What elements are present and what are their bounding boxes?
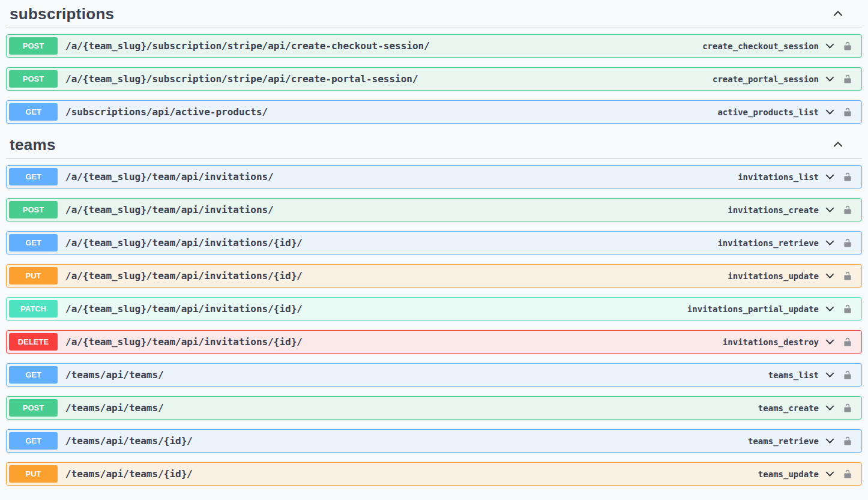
authorize-button[interactable] [842,335,854,349]
method-badge: GET [9,366,58,384]
section-header[interactable]: subscriptions [6,2,862,28]
operation-id: invitations_retrieve [717,238,819,248]
unlock-icon [843,370,852,381]
collapse-section-button[interactable] [832,139,844,151]
operation-row[interactable]: PUT /teams/api/teams/{id}/ teams_update [6,462,862,486]
authorize-button[interactable] [842,302,854,316]
expand-operation-button[interactable] [822,302,837,316]
operation-path: /a/{team_slug}/subscription/stripe/api/c… [65,40,430,52]
expand-operation-button[interactable] [822,467,837,481]
unlock-icon [843,107,852,118]
chevron-down-icon [824,468,836,480]
authorize-button[interactable] [842,434,854,448]
expand-operation-button[interactable] [822,401,837,415]
operation-row[interactable]: DELETE /a/{team_slug}/team/api/invitatio… [6,330,862,354]
method-badge: POST [9,201,58,218]
operation-id: teams_retrieve [748,436,819,446]
operation-row[interactable]: POST /a/{team_slug}/subscription/stripe/… [6,34,862,58]
unlock-icon [843,172,852,182]
authorize-button[interactable] [842,170,854,184]
method-badge: DELETE [9,333,58,351]
operation-row[interactable]: PATCH /a/{team_slug}/team/api/invitation… [6,297,862,321]
collapse-section-button[interactable] [832,8,844,20]
expand-operation-button[interactable] [822,434,837,448]
authorize-button[interactable] [842,105,854,119]
method-badge: GET [9,432,58,450]
operation-row[interactable]: POST /a/{team_slug}/team/api/invitations… [6,198,862,221]
method-badge: GET [9,234,58,252]
expand-operation-button[interactable] [822,72,837,86]
operation-row[interactable]: GET /teams/api/teams/{id}/ teams_retriev… [6,429,862,453]
method-badge: PATCH [9,300,58,318]
operations: GET /a/{team_slug}/team/api/invitations/… [0,165,868,486]
operation-row[interactable]: GET /a/{team_slug}/team/api/invitations/… [6,231,862,255]
method-badge: POST [9,399,58,417]
authorize-button[interactable] [842,269,854,283]
authorize-button[interactable] [842,39,854,53]
unlock-icon [843,41,852,52]
operation-path: /a/{team_slug}/team/api/invitations/{id}… [65,303,303,315]
expand-operation-button[interactable] [822,105,837,119]
operation-path: /a/{team_slug}/team/api/invitations/{id}… [65,270,303,282]
operation-row[interactable]: GET /subscriptions/api/active-products/ … [6,100,862,124]
chevron-down-icon [824,40,836,52]
operation-id: invitations_partial_update [687,304,819,314]
authorize-button[interactable] [842,72,854,86]
chevron-up-icon [832,139,844,151]
operation-path: /teams/api/teams/{id}/ [65,468,193,480]
authorize-button[interactable] [842,203,854,217]
method-badge: PUT [9,465,58,483]
operation-row[interactable]: GET /a/{team_slug}/team/api/invitations/… [6,165,862,188]
unlock-icon [843,469,852,480]
authorize-button[interactable] [842,368,854,382]
authorize-button[interactable] [842,401,854,415]
operation-path: /a/{team_slug}/team/api/invitations/ [65,204,274,215]
chevron-down-icon [824,303,836,315]
unlock-icon [843,403,852,414]
operation-id: create_checkout_session [702,41,819,51]
operation-id: teams_list [768,370,819,380]
expand-operation-button[interactable] [822,269,837,283]
operation-row[interactable]: POST /teams/api/teams/ teams_create [6,396,862,420]
unlock-icon [843,304,852,315]
unlock-icon [843,205,852,215]
operation-path: /a/{team_slug}/team/api/invitations/{id}… [65,336,303,348]
expand-operation-button[interactable] [822,39,837,53]
unlock-icon [843,436,852,447]
tag-section: subscriptions POST /a/{team_slug}/subscr… [0,2,868,124]
chevron-down-icon [824,369,836,381]
expand-operation-button[interactable] [822,236,837,250]
operations: POST /a/{team_slug}/subscription/stripe/… [0,34,868,124]
operation-path: /a/{team_slug}/team/api/invitations/ [65,171,274,182]
unlock-icon [843,74,852,85]
chevron-down-icon [824,237,836,248]
authorize-button[interactable] [842,236,854,250]
operation-id: invitations_destroy [723,337,819,347]
chevron-down-icon [824,106,836,118]
chevron-down-icon [824,435,836,447]
chevron-down-icon [824,171,836,182]
method-badge: GET [9,103,58,121]
operation-path: /a/{team_slug}/subscription/stripe/api/c… [65,73,418,85]
method-badge: PUT [9,267,58,285]
operation-row[interactable]: GET /teams/api/teams/ teams_list [6,363,862,387]
tag-section: teams GET /a/{team_slug}/team/api/invita… [0,133,868,486]
operation-id: active_products_list [717,107,819,117]
operation-path: /subscriptions/api/active-products/ [65,106,268,118]
operation-path: /teams/api/teams/{id}/ [65,435,193,447]
section-header[interactable]: teams [6,133,862,159]
expand-operation-button[interactable] [822,170,837,184]
operation-id: invitations_create [728,205,819,215]
expand-operation-button[interactable] [822,203,837,217]
operation-id: invitations_update [728,271,819,281]
chevron-down-icon [824,402,836,414]
method-badge: GET [9,168,58,185]
method-badge: POST [9,37,58,55]
section-title: teams [10,134,56,155]
chevron-down-icon [824,73,836,85]
expand-operation-button[interactable] [822,368,837,382]
operation-row[interactable]: POST /a/{team_slug}/subscription/stripe/… [6,67,862,91]
operation-row[interactable]: PUT /a/{team_slug}/team/api/invitations/… [6,264,862,288]
expand-operation-button[interactable] [822,335,837,349]
authorize-button[interactable] [842,467,854,481]
